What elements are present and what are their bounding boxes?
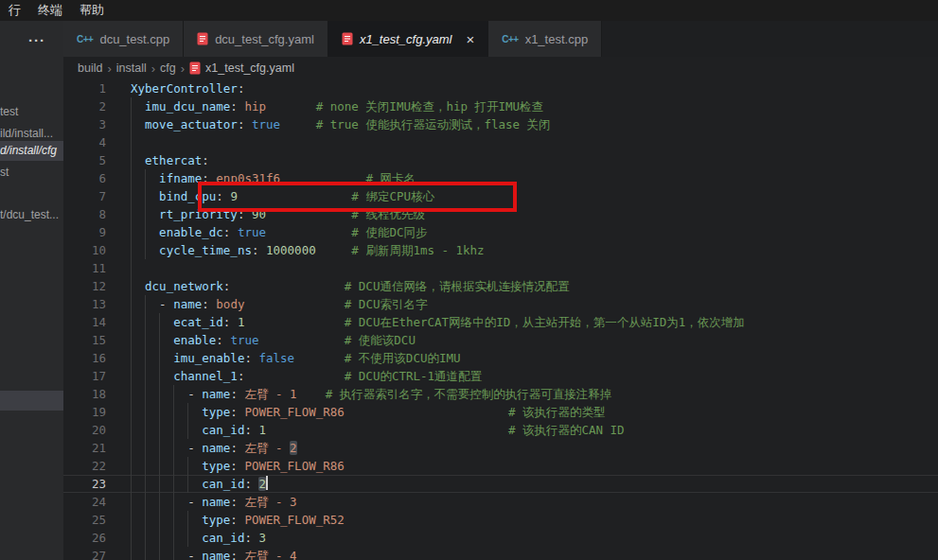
menu-item-行[interactable]: 行 (2, 0, 27, 21)
indent-guide-icon (131, 313, 132, 331)
code-line-content: type: POWER_FLOW_R86 # 该执行器的类型 (131, 403, 938, 421)
punctuation: : (202, 297, 209, 311)
indent-guide-icon (131, 529, 132, 547)
code-line[interactable]: 18 - name: 左臂 - 1 # 执行器索引名字，不需要控制的执行器可直接… (63, 385, 938, 403)
line-number: 26 (63, 529, 131, 547)
code-line[interactable]: 6 ifname: enp0s31f6 # 网卡名 (63, 169, 938, 187)
comment: # none 关闭IMU检查，hip 打开IMU检查 (316, 99, 543, 114)
menu-item-终端[interactable]: 终端 (31, 0, 69, 21)
line-number: 10 (63, 241, 131, 259)
code-line[interactable]: 13 - name: body # DCU索引名字 (63, 295, 938, 313)
indent-guide-icon (131, 475, 132, 493)
code-line[interactable]: 17 channel_1: # DCU的CTRL-1通道配置 (63, 367, 938, 385)
breadcrumb-item[interactable]: install (116, 61, 147, 75)
punctuation: : (230, 495, 238, 509)
sidebar-item[interactable]: d/install/cfg (0, 141, 63, 161)
code-line[interactable]: 12 dcu_network: # DCU通信网络，请根据实机连接情况配置 (63, 277, 938, 295)
indent-guide-icon (173, 529, 174, 547)
code-line[interactable]: 21 - name: 左臂 - 2 (63, 439, 938, 457)
sidebar-item[interactable]: test (0, 102, 63, 122)
punctuation: : (244, 351, 252, 365)
code-line[interactable]: 23 can_id: 2 (63, 475, 938, 493)
code-line[interactable]: 19 type: POWER_FLOW_R86 # 该执行器的类型 (63, 403, 938, 421)
indent-guide-icon (159, 403, 160, 421)
code-line[interactable]: 15 enable: true # 使能该DCU (63, 331, 938, 349)
menubar: 行终端帮助 (0, 0, 938, 21)
indent-guide-icon (159, 511, 160, 529)
punctuation: : (244, 477, 252, 491)
indent-guide-icon (159, 547, 160, 560)
breadcrumb[interactable]: build›install›cfg›x1_test_cfg.yaml (63, 57, 938, 79)
word-highlight: 2 (290, 441, 297, 455)
code-line[interactable]: 25 type: POWER_FLOW_R52 (63, 511, 938, 529)
sidebar-item[interactable]: st (0, 163, 63, 183)
indent-guide-icon (173, 547, 174, 560)
code-line[interactable]: 1XyberController: (63, 79, 938, 97)
punctuation: : (244, 531, 252, 545)
code-line-content: type: POWER_FLOW_R86 (131, 457, 938, 475)
comment: # 执行器索引名字，不需要控制的执行器可直接注释掉 (326, 387, 612, 401)
code-line[interactable]: 4 (63, 133, 938, 151)
indent-guide-icon (131, 115, 132, 133)
vscode-window: 行终端帮助 ··· testild/install...d/install/cf… (0, 0, 938, 560)
code-line[interactable]: 9 enable_dc: true # 使能DC同步 (63, 223, 938, 241)
code-line[interactable]: 11 (63, 259, 938, 277)
line-number: 1 (63, 79, 131, 97)
code-line[interactable]: 2 imu_dcu_name: hip # none 关闭IMU检查，hip 打… (63, 97, 938, 115)
tab-x1_test_cfg.yaml[interactable]: x1_test_cfg.yaml× (328, 21, 488, 57)
code-line[interactable]: 27 - name: 左臂 - 4 (63, 547, 938, 560)
code-line[interactable]: 24 - name: 左臂 - 3 (63, 493, 938, 511)
comment: # 线程优先级 (351, 207, 425, 221)
yaml-key: rt_priority (131, 207, 238, 221)
indent-guide-icon (159, 421, 160, 439)
indent-guide-icon (131, 151, 132, 169)
yaml-key: bind_cpu (131, 189, 216, 203)
code-line[interactable]: 16 imu_enable: false # 不使用该DCU的IMU (63, 349, 938, 367)
code-line[interactable]: 5 ethercat: (63, 151, 938, 169)
whitespace (297, 387, 326, 401)
yaml-file-icon (189, 61, 201, 75)
code-line[interactable]: 14 ecat_id: 1 # DCU在EtherCAT网络中的ID，从主站开始… (63, 313, 938, 331)
code-editor[interactable]: 1XyberController:2 imu_dcu_name: hip # n… (63, 79, 938, 560)
code-line[interactable]: 22 type: POWER_FLOW_R86 (63, 457, 938, 475)
indent-guide-icon (145, 547, 146, 560)
punctuation: : (202, 171, 209, 185)
line-number: 2 (63, 97, 131, 115)
code-line[interactable]: 26 can_id: 3 (63, 529, 938, 547)
yaml-key: name (202, 441, 230, 455)
sidebar-item[interactable]: t/dcu_test... (0, 205, 63, 225)
code-line-content: dcu_network: # DCU通信网络，请根据实机连接情况配置 (131, 277, 938, 295)
whitespace (266, 99, 316, 114)
indent-guide-icon (131, 439, 132, 457)
indent-guide-icon (145, 169, 146, 187)
more-actions-ellipsis-icon[interactable]: ··· (28, 32, 45, 48)
number-value: 3 (258, 531, 266, 545)
code-line[interactable]: 8 rt_priority: 90 # 线程优先级 (63, 205, 938, 223)
tab-x1_test.cpp[interactable]: C++x1_test.cpp (488, 21, 602, 57)
breadcrumb-separator-icon: › (107, 61, 111, 76)
sidebar-highlight-row[interactable] (0, 391, 63, 411)
tab-dcu_test_cfg.yaml[interactable]: dcu_test_cfg.yaml (184, 21, 328, 57)
tab-dcu_test.cpp[interactable]: C++dcu_test.cpp (63, 21, 184, 57)
breadcrumb-item[interactable]: build (78, 61, 102, 75)
indent-guide-icon (131, 169, 132, 187)
bool-value: false (258, 351, 294, 365)
whitespace (244, 369, 344, 383)
code-line[interactable]: 20 can_id: 1 # 该执行器的CAN ID (63, 421, 938, 439)
breadcrumb-file[interactable]: x1_test_cfg.yaml (189, 61, 294, 75)
indent-guide-icon (145, 367, 146, 385)
tab-close-icon[interactable]: × (466, 32, 474, 46)
cpp-file-icon: C++ (77, 34, 93, 44)
comment: # 使能该DCU (345, 333, 416, 347)
breadcrumb-item[interactable]: cfg (160, 61, 176, 75)
code-line-content: ifname: enp0s31f6 # 网卡名 (131, 169, 938, 187)
code-line[interactable]: 10 cycle_time_ns: 1000000 # 刷新周期1ms - 1k… (63, 241, 938, 259)
whitespace (244, 297, 344, 311)
yaml-file-icon (197, 32, 208, 45)
indent-guide-icon (131, 133, 132, 151)
editor-group: C++dcu_test.cppdcu_test_cfg.yamlx1_test_… (63, 21, 938, 560)
code-line[interactable]: 3 move_actuator: true # true 使能执行器运动测试，f… (63, 115, 938, 133)
code-line[interactable]: 7 bind_cpu: 9 # 绑定CPU核心 (63, 187, 938, 205)
indent-guide-icon (131, 97, 132, 115)
menu-item-帮助[interactable]: 帮助 (73, 0, 111, 21)
